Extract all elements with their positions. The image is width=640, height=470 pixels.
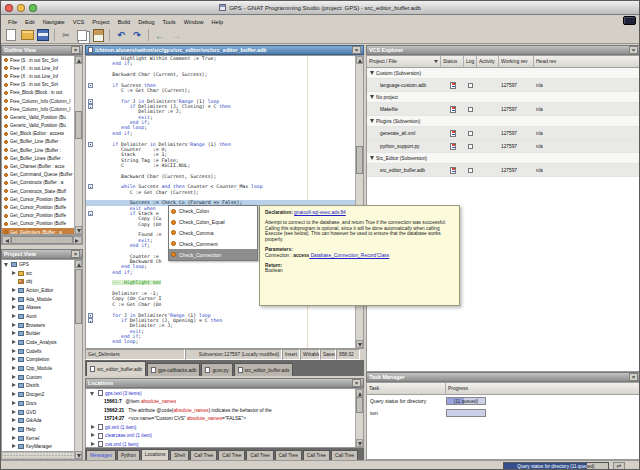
console-tab-locations[interactable]: Locations	[141, 449, 170, 460]
redo-icon[interactable]	[130, 28, 144, 42]
locations-close-icon[interactable]	[352, 379, 361, 387]
completion-item[interactable]: Check_Colon_Equal	[169, 217, 257, 228]
editor-titlebar[interactable]: /chinon.a/users/setton/src/gps/src_edito…	[85, 45, 364, 55]
console-tab-call-tree[interactable]: Call Tree	[331, 450, 358, 460]
expander-closed-icon[interactable]	[11, 296, 17, 302]
console-tab-messages[interactable]: Messages	[86, 450, 116, 460]
scroll-up-icon[interactable]	[75, 260, 82, 268]
outline-item[interactable]: Get_Cursor_Position (Buffe	[2, 203, 74, 211]
completion-item[interactable]: Check_Comment	[169, 238, 257, 249]
vcs-group-row[interactable]: No project	[367, 92, 640, 103]
expander-closed-icon[interactable]	[11, 374, 17, 380]
tooltip-declaration-link[interactable]: gnatcoll-sql-exec.ads:84	[294, 210, 346, 215]
cut-icon[interactable]	[59, 28, 73, 42]
project-tree-item[interactable]: src	[2, 269, 74, 278]
expander-closed-icon[interactable]	[11, 340, 17, 346]
project-horizontal-scrollbar[interactable]	[2, 451, 74, 459]
menu-navigate[interactable]: Navigate	[39, 19, 69, 25]
vcs-file-row[interactable]: language-custom.adb127597n/a	[367, 79, 640, 92]
vcs-close-icon[interactable]	[629, 46, 638, 54]
outline-item[interactable]: Generic_Valid_Position (Bu	[2, 113, 74, 121]
outline-item[interactable]: Get_Block (Editor : access	[2, 130, 74, 138]
expander-closed-icon[interactable]	[11, 287, 17, 293]
expander-closed-icon[interactable]	[11, 392, 17, 398]
log-checkbox[interactable]	[468, 107, 473, 112]
expander-open-icon[interactable]	[4, 261, 10, 267]
outline-item[interactable]: Free (S : in out Src_Stri	[2, 56, 74, 64]
outline-item[interactable]: Get_Cursor_Position (Buffe	[2, 212, 74, 220]
fold-marker[interactable]	[88, 104, 93, 109]
outline-item[interactable]: Get_Cursor_Position (Buffe	[2, 195, 74, 203]
zoom-window-button[interactable]	[29, 4, 37, 12]
menu-edit[interactable]: Edit	[21, 19, 39, 25]
editor-close-icon[interactable]	[352, 46, 361, 54]
expander-closed-icon[interactable]	[11, 305, 17, 311]
project-tree-item[interactable]: obj	[2, 277, 74, 286]
expander-closed-icon[interactable]	[11, 444, 17, 450]
undo-icon[interactable]	[114, 28, 128, 42]
project-tree-item[interactable]: Distrib	[2, 382, 74, 391]
close-window-button[interactable]	[5, 4, 13, 12]
locations-titlebar[interactable]: Locations	[85, 378, 364, 388]
expander-closed-icon[interactable]	[11, 357, 17, 363]
log-checkbox[interactable]	[468, 144, 473, 149]
fold-marker[interactable]	[88, 184, 93, 189]
editor-tab[interactable]: gcov.py	[201, 363, 232, 376]
sort-arrow-icon[interactable]	[434, 60, 438, 63]
vcs-column-header[interactable]: Project / File	[367, 56, 441, 67]
expander-open-icon[interactable]	[370, 119, 374, 123]
outline-item[interactable]: Free (S : in out Src_Stri	[2, 81, 74, 89]
menu-vcs[interactable]: VCS	[69, 19, 89, 25]
scroll-down-icon[interactable]	[356, 439, 363, 447]
code-line[interactable]: end loop;	[86, 339, 355, 344]
completion-item[interactable]: Check_Colon	[169, 206, 257, 217]
scroll-thumb[interactable]	[75, 269, 82, 324]
expander-open-icon[interactable]	[90, 390, 96, 396]
project-tree-item[interactable]: Custom	[2, 373, 74, 382]
copy-icon[interactable]	[75, 28, 89, 42]
vcs-column-header[interactable]: Status	[441, 56, 464, 67]
editor-tab[interactable]: src_editor_buffer.ads	[234, 363, 294, 376]
menu-window[interactable]: Window	[180, 19, 208, 25]
editor-tab[interactable]: src_editor_buffer.adb	[86, 361, 146, 376]
console-tab-call-tree[interactable]: Call Tree	[190, 450, 217, 460]
locations-file-row[interactable]: git.xml (1 item)	[86, 423, 355, 432]
expander-closed-icon[interactable]	[90, 424, 96, 430]
expander-closed-icon[interactable]	[11, 383, 17, 389]
locations-file-row[interactable]: cvs.xml (1 item)	[86, 440, 355, 447]
project-tree-item[interactable]: Code_Analysis	[2, 338, 74, 347]
project-tree-item[interactable]: Completion	[2, 356, 74, 365]
vcs-file-row[interactable]: python_support.py127597n/a	[367, 140, 640, 153]
outline-item[interactable]: Get_Buffer_Line (Buffer :	[2, 138, 74, 146]
outline-horizontal-scrollbar[interactable]	[1, 235, 83, 245]
log-checkbox[interactable]	[468, 168, 473, 173]
scroll-thumb[interactable]	[11, 236, 73, 244]
vcs-file-row[interactable]: src_editor_buffer.adb127597n/a	[367, 164, 640, 177]
new-file-icon[interactable]	[4, 28, 18, 42]
project-tree-item[interactable]: Help	[2, 425, 74, 434]
console-tab-call-tree[interactable]: Call Tree	[246, 450, 273, 460]
forward-icon[interactable]	[169, 28, 183, 42]
fold-marker[interactable]	[88, 318, 93, 323]
save-icon[interactable]	[36, 28, 50, 42]
expander-closed-icon[interactable]	[11, 409, 17, 415]
outline-item[interactable]: Free (X : in out Line_Inf	[2, 72, 74, 80]
scroll-down-icon[interactable]	[356, 340, 363, 348]
outline-item[interactable]: Free_Column_Info (Column_I	[2, 105, 74, 113]
outline-item[interactable]: Generic_Valid_Position (Bu	[2, 122, 74, 130]
task-manager-button[interactable]	[613, 462, 625, 470]
locations-message-row[interactable]: 15661:7@item absolute_names	[86, 398, 355, 407]
scroll-up-icon[interactable]	[356, 56, 363, 64]
console-tab-call-tree[interactable]: Call Tree	[218, 450, 245, 460]
scroll-up-icon[interactable]	[356, 389, 363, 397]
outline-item[interactable]: Get_Buffer_Lines (Buffer :	[2, 154, 74, 162]
vcs-explorer-titlebar[interactable]: VCS Explorer	[366, 45, 640, 55]
fold-marker[interactable]	[88, 313, 93, 318]
project-tree-item[interactable]: Aliases	[2, 303, 74, 312]
expander-closed-icon[interactable]	[90, 441, 96, 447]
paste-icon[interactable]	[91, 28, 105, 42]
back-icon[interactable]	[153, 28, 167, 42]
scroll-thumb[interactable]	[75, 111, 82, 139]
outline-view-titlebar[interactable]: Outline View	[1, 45, 83, 55]
scroll-thumb[interactable]	[356, 397, 363, 413]
